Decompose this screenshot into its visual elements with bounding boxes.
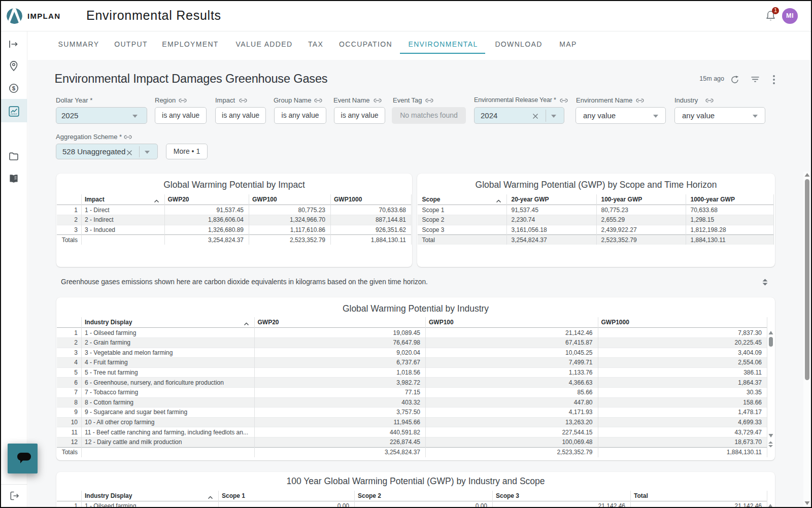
- svg-text:$: $: [12, 85, 16, 91]
